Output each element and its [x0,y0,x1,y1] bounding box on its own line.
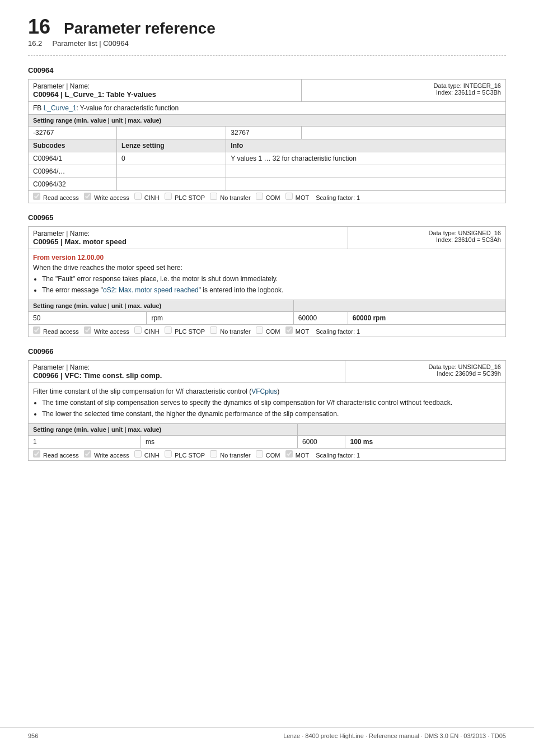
access-row-c00966: Read access Write access CINH PLC STOP N… [29,449,506,461]
param-table-c00966: Parameter | Name: C00966 | VFC: Time con… [28,360,506,461]
data-type-c00966: Data type: UNSIGNED_16 Index: 23609d = 5… [345,361,506,383]
param-header-c00966: Parameter | Name: C00966 | VFC: Time con… [29,361,506,383]
page-number: 16 [28,17,50,37]
footer-page-number: 956 [28,732,38,739]
data-type-c00964: Data type: INTEGER_16 Index: 23611d = 5C… [302,80,506,102]
description-row-c00966: Filter time constant of the slip compens… [29,383,506,424]
param-table-c00964: Parameter | Name: C00964 | L_Curve_1: Ta… [28,79,506,203]
fb-row-c00964: FB L_Curve_1: Y-value for characteristic… [29,102,506,115]
subcode-row-1: C00964/1 0 Y values 1 … 32 for character… [29,152,506,165]
footer-text: Lenze · 8400 protec HighLine · Reference… [283,732,506,739]
setting-range-values-c00964: -32767 32767 [29,127,506,139]
access-row-c00964: Read access Write access CINH PLC STOP N… [29,191,506,203]
setting-range-header-c00965: Setting range (min. value | unit | max. … [29,300,506,312]
vfcplus-link[interactable]: VFCplus [251,388,277,395]
param-table-c00965: Parameter | Name: C00965 | Max. motor sp… [28,226,506,337]
fb-link-c00964[interactable]: L_Curve_1 [44,104,77,112]
setting-range-values-c00966: 1 ms 6000 100 ms [29,436,506,449]
access-row-c00965: Read access Write access CINH PLC STOP N… [29,325,506,337]
subcode-row-3: C00964/32 [29,178,506,191]
param-name-cell-c00964: Parameter | Name: C00964 | L_Curve_1: Ta… [29,80,302,102]
description-row-c00965: From version 12.00.00 When the drive rea… [29,249,506,300]
setting-range-header-c00964: Setting range (min. value | unit | max. … [29,115,506,127]
param-name-cell-c00965: Parameter | Name: C00965 | Max. motor sp… [29,227,348,249]
page-title: Parameter reference [64,21,216,36]
subcode-row-2: C00964/… [29,165,506,178]
param-name-cell-c00966: Parameter | Name: C00966 | VFC: Time con… [29,361,345,383]
page-header: 16 Parameter reference [28,17,506,37]
subcodes-header-c00964: Subcodes Lenze setting Info [29,139,506,152]
setting-range-values-c00965: 50 rpm 60000 60000 rpm [29,312,506,325]
setting-range-header-c00966: Setting range (min. value | unit | max. … [29,424,506,436]
section-c00966-label: C00966 [28,347,506,356]
section-c00965-label: C00965 [28,213,506,222]
data-type-c00965: Data type: UNSIGNED_16 Index: 23610d = 5… [348,227,505,249]
subheading: 16.2 Parameter list | C00964 [28,39,506,48]
param-header-c00965: Parameter | Name: C00965 | Max. motor sp… [29,227,506,249]
param-header-c00964: Parameter | Name: C00964 | L_Curve_1: Ta… [29,80,506,102]
page-footer: 956 Lenze · 8400 protec HighLine · Refer… [0,727,534,739]
logbook-link-c00965[interactable]: oS2: Max. motor speed reached [103,286,199,294]
section-c00964-label: C00964 [28,66,506,74]
section-divider [28,55,506,56]
